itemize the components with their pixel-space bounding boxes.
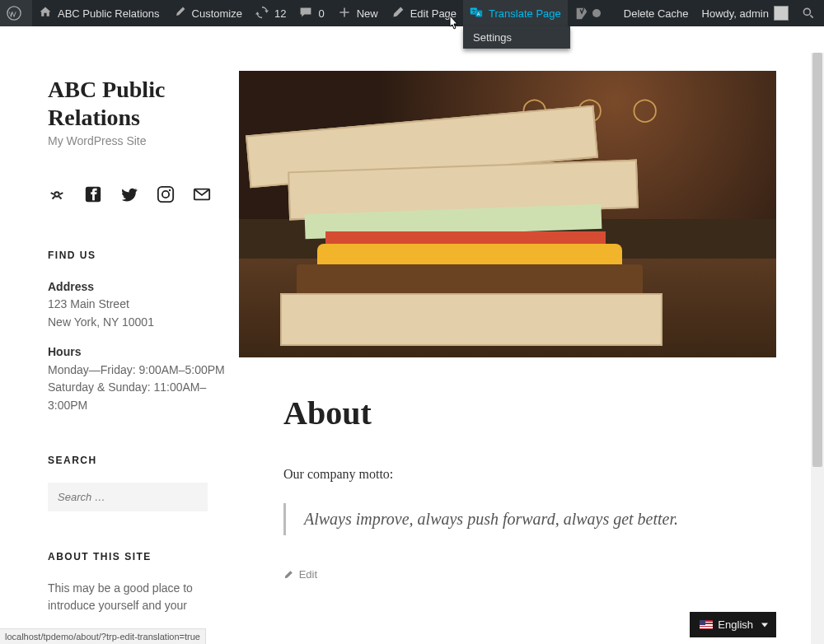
wordpress-logo-icon (7, 6, 21, 21)
comments-icon (299, 6, 314, 21)
edit-page-link[interactable]: Edit Page (385, 0, 463, 26)
translate-icon: 文A (470, 6, 485, 21)
new-label: New (357, 7, 378, 20)
hours-line2: Saturday & Sunday: 11:00AM–3:00PM (48, 380, 206, 412)
wordpress-logo[interactable] (0, 0, 32, 26)
delete-cache-label: Delete Cache (624, 7, 689, 20)
address-line1: 123 Main Street (48, 297, 129, 310)
facebook-icon[interactable] (84, 185, 102, 203)
site-name-label: ABC Public Relations (58, 7, 160, 20)
edit-link[interactable]: Edit (283, 568, 732, 581)
email-icon[interactable] (193, 185, 211, 203)
svg-rect-8 (158, 187, 173, 202)
instagram-icon[interactable] (157, 185, 175, 203)
brush-icon (173, 6, 188, 21)
search-icon (802, 7, 815, 20)
featured-image: ◯ ◯ ◯ (239, 71, 776, 357)
svg-point-0 (7, 7, 21, 20)
about-site-widget: ABOUT THIS SITE This may be a good place… (48, 549, 239, 615)
about-site-title: ABOUT THIS SITE (48, 549, 239, 565)
hours-label: Hours (48, 345, 81, 358)
browser-status-url: localhost/tpdemo/about/?trp-edit-transla… (0, 628, 206, 644)
pencil-icon (391, 6, 406, 21)
customize-link[interactable]: Customize (166, 0, 249, 26)
svg-point-5 (803, 8, 810, 15)
yelp-icon[interactable] (48, 185, 66, 203)
translate-settings-label: Settings (473, 31, 512, 44)
page-title: About (283, 394, 732, 432)
social-links (48, 185, 239, 203)
address-label: Address (48, 280, 94, 293)
find-us-widget: FIND US Address 123 Main Street New York… (48, 248, 239, 414)
svg-point-9 (162, 191, 169, 198)
language-label: English (718, 618, 753, 631)
pencil-small-icon (283, 570, 293, 580)
svg-point-6 (54, 192, 59, 197)
search-input[interactable] (48, 483, 208, 511)
edit-page-label: Edit Page (410, 7, 456, 20)
search-widget-title: SEARCH (48, 453, 239, 469)
yoast-status-icon (592, 9, 601, 17)
updates-count: 12 (274, 7, 286, 20)
edit-label: Edit (299, 568, 317, 581)
customize-label: Customize (192, 7, 242, 20)
howdy-label: Howdy, admin (702, 7, 769, 20)
address-line2: New York, NY 10001 (48, 315, 154, 329)
language-switcher[interactable]: English (690, 612, 776, 637)
site-title[interactable]: ABC Public Relations (48, 76, 239, 131)
yoast-icon (574, 6, 589, 21)
svg-point-10 (169, 189, 171, 191)
motto-quote: Always improve, always push forward, alw… (283, 503, 732, 535)
comments-link[interactable]: 0 (293, 0, 330, 26)
find-us-title: FIND US (48, 248, 239, 264)
avatar (774, 6, 789, 21)
account-link[interactable]: Howdy, admin (695, 0, 795, 26)
updates-icon (255, 6, 270, 21)
intro-text: Our company motto: (283, 467, 732, 482)
flag-us-icon (700, 620, 713, 629)
new-content-link[interactable]: New (331, 0, 385, 26)
translate-settings-link[interactable]: Settings (463, 26, 570, 49)
site-name-link[interactable]: ABC Public Relations (32, 0, 166, 26)
translate-dropdown: Settings (463, 26, 570, 49)
updates-link[interactable]: 12 (249, 0, 293, 26)
site-tagline: My WordPress Site (48, 134, 239, 147)
comments-count: 0 (318, 7, 324, 20)
search-widget: SEARCH (48, 453, 239, 512)
scrollbar-thumb[interactable] (812, 53, 822, 467)
adminbar-search[interactable] (795, 0, 824, 26)
translate-page-label: Translate Page (489, 7, 561, 20)
delete-cache-link[interactable]: Delete Cache (617, 0, 695, 26)
svg-text:文: 文 (471, 8, 476, 14)
home-icon (39, 6, 54, 21)
scrollbar[interactable] (811, 53, 824, 644)
yoast-link[interactable] (568, 0, 607, 26)
translate-page-link[interactable]: 文A Translate Page (463, 0, 568, 26)
plus-icon (338, 6, 353, 21)
twitter-icon[interactable] (120, 185, 138, 203)
about-site-text: This may be a good place to introduce yo… (48, 581, 193, 613)
svg-text:A: A (477, 12, 480, 16)
hours-line1: Monday—Friday: 9:00AM–5:00PM (48, 363, 225, 376)
